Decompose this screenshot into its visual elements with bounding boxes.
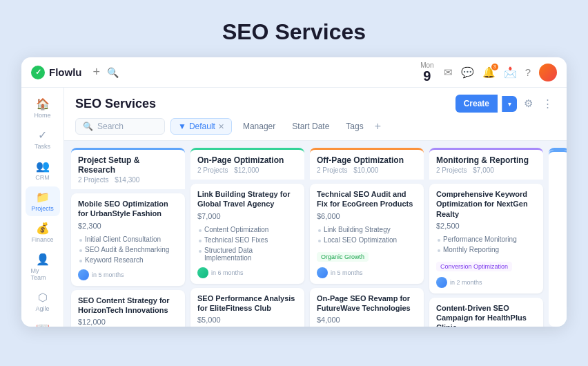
add-icon[interactable]: + bbox=[93, 65, 101, 79]
sidebar-item-myteam[interactable]: 👤 My Team bbox=[26, 249, 60, 285]
content-header: SEO Services Create ▾ ⚙ ⋮ 🔍 Search ▼ bbox=[64, 88, 567, 141]
topbar-icons: ✉ 💬 🔔 3 📩 ? bbox=[444, 64, 557, 81]
sidebar-label-agile: Agile bbox=[35, 305, 49, 312]
card-0-1[interactable]: SEO Content Strategy for HorizonTech Inn… bbox=[71, 290, 185, 327]
agile-icon: ⬡ bbox=[38, 291, 48, 304]
card-task: Monthly Reporting bbox=[436, 244, 536, 255]
filter-tags[interactable]: Tags bbox=[340, 119, 369, 134]
filter-btn-default[interactable]: ▼ Default ✕ bbox=[170, 118, 232, 135]
content-title: SEO Services bbox=[75, 97, 156, 111]
card-price: $2,300 bbox=[78, 222, 178, 230]
sidebar-label-finance: Finance bbox=[31, 236, 53, 243]
notification-icon[interactable]: 🔔 3 bbox=[482, 66, 496, 79]
more-options-button[interactable]: ⋮ bbox=[540, 95, 556, 113]
filter-startdate[interactable]: Start Date bbox=[286, 119, 335, 134]
chat-icon[interactable]: 💬 bbox=[461, 66, 474, 79]
filter-close-icon[interactable]: ✕ bbox=[218, 122, 224, 131]
home-icon: 🏠 bbox=[36, 97, 50, 110]
date-display: Mon 9 bbox=[420, 61, 433, 83]
card-task: Structured Data Implementation bbox=[197, 245, 297, 263]
topbar: ✓ Flowlu + 🔍 Mon 9 ✉ 💬 🔔 3 📩 ? bbox=[21, 57, 567, 88]
card-time: in 5 months bbox=[92, 271, 124, 278]
card-title: Comprehensive Keyword Optimization for N… bbox=[436, 189, 536, 219]
filter-manager[interactable]: Manager bbox=[237, 119, 281, 134]
card-2-1[interactable]: On-Page SEO Revamp for FutureWave Techno… bbox=[310, 288, 424, 327]
card-tag: Conversion Optimization bbox=[436, 262, 512, 271]
tasks-icon: ✓ bbox=[38, 128, 47, 142]
card-time: in 2 months bbox=[450, 279, 482, 286]
sidebar-item-agile[interactable]: ⬡ Agile bbox=[26, 287, 60, 316]
card-title: Mobile SEO Optimization for UrbanStyle F… bbox=[78, 199, 178, 219]
card-1-1[interactable]: SEO Performance Analysis for EliteFitnes… bbox=[190, 288, 304, 327]
knowledge-icon: 📖 bbox=[36, 322, 50, 327]
sidebar-item-knowledge[interactable]: 📖 Knowledge Base bbox=[26, 318, 60, 327]
col-meta-1: 2 Projects $12,000 bbox=[197, 166, 297, 174]
filter-icon: ▼ bbox=[178, 122, 186, 131]
mail-icon[interactable]: ✉ bbox=[444, 66, 453, 79]
card-3-0[interactable]: Comprehensive Keyword Optimization for N… bbox=[429, 184, 543, 293]
card-task: Keyword Research bbox=[78, 255, 178, 265]
search-icon[interactable]: 🔍 bbox=[107, 67, 119, 78]
col-projects-3: 2 Projects bbox=[436, 166, 467, 174]
card-title: Link Building Strategy for Global Travel… bbox=[197, 189, 297, 209]
page-title: SEO Services bbox=[222, 0, 366, 57]
avatar[interactable] bbox=[539, 64, 557, 81]
projects-icon: 📁 bbox=[36, 191, 50, 204]
kanban-board: Project Setup & Research 2 Projects $14,… bbox=[64, 141, 567, 327]
mini-avatar bbox=[78, 269, 89, 280]
create-dropdown-button[interactable]: ▾ bbox=[502, 96, 517, 112]
card-2-0[interactable]: Technical SEO Audit and Fix for EcoGreen… bbox=[310, 184, 424, 284]
header-actions: Create ▾ ⚙ ⋮ bbox=[455, 95, 556, 113]
card-3-1[interactable]: Content-Driven SEO Campaign for HealthPl… bbox=[429, 298, 543, 327]
col-meta-2: 2 Projects $10,000 bbox=[317, 166, 417, 174]
card-time: in 6 months bbox=[211, 269, 244, 276]
myteam-icon: 👤 bbox=[36, 253, 50, 266]
card-1-0[interactable]: Link Building Strategy for Global Travel… bbox=[190, 184, 304, 284]
logo[interactable]: ✓ Flowlu bbox=[31, 66, 82, 79]
card-task: Initial Client Consultation bbox=[78, 234, 178, 244]
card-tasks: Performance Monitoring Monthly Reporting bbox=[436, 234, 536, 255]
col-meta-0: 2 Projects $14,300 bbox=[78, 176, 178, 184]
sidebar-item-crm[interactable]: 👥 CRM bbox=[26, 155, 60, 185]
card-title: SEO Content Strategy for HorizonTech Inn… bbox=[78, 296, 178, 316]
card-footer: in 5 months bbox=[78, 269, 178, 280]
card-0-0[interactable]: Mobile SEO Optimization for UrbanStyle F… bbox=[71, 193, 185, 286]
mini-avatar bbox=[317, 267, 328, 278]
card-title: SEO Performance Analysis for EliteFitnes… bbox=[197, 293, 297, 314]
col-header-1: On-Page Optimization 2 Projects $12,000 bbox=[190, 148, 304, 180]
settings-icon-button[interactable]: ⚙ bbox=[521, 95, 536, 113]
sidebar-label-crm: CRM bbox=[35, 174, 50, 181]
sidebar-item-tasks[interactable]: ✓ Tasks bbox=[26, 124, 60, 154]
filter-row: 🔍 Search ▼ Default ✕ Manager Start Date … bbox=[75, 118, 556, 140]
card-task: SEO Audit & Benchmarking bbox=[78, 244, 178, 255]
col-title-1: On-Page Optimization bbox=[197, 155, 297, 165]
message-icon[interactable]: 📩 bbox=[504, 66, 517, 79]
sidebar-item-home[interactable]: 🏠 Home bbox=[26, 93, 60, 123]
card-task: Content Optimization bbox=[197, 224, 297, 235]
sidebar-label-tasks: Tasks bbox=[35, 143, 50, 150]
col-header-2: Off-Page Optimization 2 Projects $10,000 bbox=[310, 148, 424, 180]
sidebar-item-projects[interactable]: 📁 Projects bbox=[26, 186, 60, 216]
card-price: $7,000 bbox=[197, 212, 297, 220]
app-window: ✓ Flowlu + 🔍 Mon 9 ✉ 💬 🔔 3 📩 ? 🏠 H bbox=[21, 57, 567, 327]
content-header-row: SEO Services Create ▾ ⚙ ⋮ bbox=[75, 95, 556, 113]
card-title: Technical SEO Audit and Fix for EcoGreen… bbox=[317, 189, 417, 209]
kanban-col-partial bbox=[549, 148, 567, 327]
sidebar: 🏠 Home ✓ Tasks 👥 CRM 📁 Projects 💰 Financ… bbox=[21, 88, 64, 327]
search-box-icon: 🔍 bbox=[83, 122, 93, 131]
col-amount-3: $7,000 bbox=[473, 166, 494, 174]
create-button[interactable]: Create bbox=[455, 95, 498, 113]
sidebar-item-finance[interactable]: 💰 Finance bbox=[26, 218, 60, 247]
sidebar-label-home: Home bbox=[34, 112, 50, 119]
card-tasks: Initial Client Consultation SEO Audit & … bbox=[78, 234, 178, 265]
help-icon[interactable]: ? bbox=[525, 66, 531, 78]
filter-add-icon[interactable]: + bbox=[375, 120, 381, 133]
kanban-col-3: Monitoring & Reporting 2 Projects $7,000… bbox=[429, 148, 543, 327]
kanban-col-2: Off-Page Optimization 2 Projects $10,000… bbox=[310, 148, 424, 327]
card-footer: in 5 months bbox=[317, 267, 417, 278]
search-box[interactable]: 🔍 Search bbox=[75, 118, 165, 135]
card-task: Local SEO Optimization bbox=[317, 235, 417, 245]
card-tag: Organic Growth bbox=[317, 252, 369, 262]
sidebar-label-projects: Projects bbox=[31, 205, 54, 212]
col-title-2: Off-Page Optimization bbox=[317, 155, 417, 165]
